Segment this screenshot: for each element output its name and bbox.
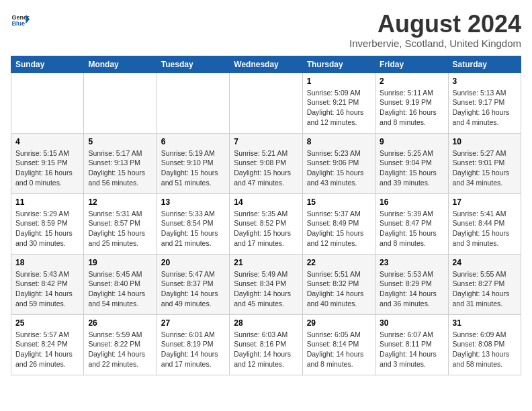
calendar-cell: 16Sunrise: 5:39 AM Sunset: 8:47 PM Dayli… xyxy=(375,193,448,254)
day-info: Sunrise: 5:29 AM Sunset: 8:59 PM Dayligh… xyxy=(15,209,79,248)
calendar-cell: 10Sunrise: 5:27 AM Sunset: 9:01 PM Dayli… xyxy=(448,133,521,193)
day-number: 6 xyxy=(161,137,225,146)
calendar-cell: 31Sunrise: 6:09 AM Sunset: 8:08 PM Dayli… xyxy=(448,314,521,375)
day-number: 13 xyxy=(161,197,225,207)
calendar-table: SundayMondayTuesdayWednesdayThursdayFrid… xyxy=(11,56,521,375)
calendar-cell: 7Sunrise: 5:21 AM Sunset: 9:08 PM Daylig… xyxy=(230,133,302,193)
day-info: Sunrise: 6:09 AM Sunset: 8:08 PM Dayligh… xyxy=(453,330,517,369)
day-number: 22 xyxy=(307,258,371,267)
day-info: Sunrise: 5:11 AM Sunset: 9:19 PM Dayligh… xyxy=(380,88,443,128)
day-number: 30 xyxy=(380,318,443,328)
day-number: 11 xyxy=(15,197,79,207)
calendar-cell: 15Sunrise: 5:37 AM Sunset: 8:49 PM Dayli… xyxy=(302,193,375,254)
day-info: Sunrise: 5:53 AM Sunset: 8:29 PM Dayligh… xyxy=(380,269,443,309)
week-row-1: 1Sunrise: 5:09 AM Sunset: 9:21 PM Daylig… xyxy=(11,73,521,133)
day-info: Sunrise: 5:13 AM Sunset: 9:17 PM Dayligh… xyxy=(453,88,517,128)
calendar-cell: 3Sunrise: 5:13 AM Sunset: 9:17 PM Daylig… xyxy=(448,73,521,133)
logo: General Blue xyxy=(11,11,30,30)
header: General Blue August 2024 Inverbervie, Sc… xyxy=(11,11,521,49)
calendar-cell: 22Sunrise: 5:51 AM Sunset: 8:32 PM Dayli… xyxy=(302,254,375,314)
day-info: Sunrise: 5:45 AM Sunset: 8:40 PM Dayligh… xyxy=(88,269,152,309)
calendar-cell: 30Sunrise: 6:07 AM Sunset: 8:11 PM Dayli… xyxy=(375,314,448,375)
calendar-cell: 11Sunrise: 5:29 AM Sunset: 8:59 PM Dayli… xyxy=(11,193,84,254)
day-info: Sunrise: 5:59 AM Sunset: 8:22 PM Dayligh… xyxy=(88,330,152,369)
column-header-saturday: Saturday xyxy=(448,56,521,73)
column-header-wednesday: Wednesday xyxy=(230,56,302,73)
day-info: Sunrise: 5:51 AM Sunset: 8:32 PM Dayligh… xyxy=(307,269,371,309)
day-info: Sunrise: 5:19 AM Sunset: 9:10 PM Dayligh… xyxy=(161,148,225,188)
day-number: 26 xyxy=(88,318,152,328)
day-number: 18 xyxy=(15,258,79,267)
day-info: Sunrise: 5:17 AM Sunset: 9:13 PM Dayligh… xyxy=(88,148,152,188)
day-number: 5 xyxy=(88,137,152,146)
column-header-thursday: Thursday xyxy=(302,56,375,73)
calendar-cell: 5Sunrise: 5:17 AM Sunset: 9:13 PM Daylig… xyxy=(84,133,157,193)
calendar-cell xyxy=(11,73,84,133)
calendar-cell: 28Sunrise: 6:03 AM Sunset: 8:16 PM Dayli… xyxy=(230,314,302,375)
calendar-cell: 29Sunrise: 6:05 AM Sunset: 8:14 PM Dayli… xyxy=(302,314,375,375)
day-number: 23 xyxy=(380,258,443,267)
day-info: Sunrise: 5:37 AM Sunset: 8:49 PM Dayligh… xyxy=(307,209,371,248)
logo-icon: General Blue xyxy=(11,11,30,30)
day-info: Sunrise: 5:23 AM Sunset: 9:06 PM Dayligh… xyxy=(307,148,371,188)
calendar-cell xyxy=(84,73,157,133)
calendar-cell: 8Sunrise: 5:23 AM Sunset: 9:06 PM Daylig… xyxy=(302,133,375,193)
svg-text:Blue: Blue xyxy=(11,20,25,27)
location-subtitle: Inverbervie, Scotland, United Kingdom xyxy=(349,38,521,49)
day-number: 3 xyxy=(453,77,517,86)
calendar-cell: 20Sunrise: 5:47 AM Sunset: 8:37 PM Dayli… xyxy=(157,254,229,314)
day-number: 25 xyxy=(15,318,79,328)
column-header-tuesday: Tuesday xyxy=(157,56,229,73)
day-number: 24 xyxy=(453,258,517,267)
column-header-monday: Monday xyxy=(84,56,157,73)
day-number: 2 xyxy=(380,77,443,86)
day-info: Sunrise: 6:05 AM Sunset: 8:14 PM Dayligh… xyxy=(307,330,371,369)
calendar-cell: 23Sunrise: 5:53 AM Sunset: 8:29 PM Dayli… xyxy=(375,254,448,314)
day-number: 16 xyxy=(380,197,443,207)
day-info: Sunrise: 5:15 AM Sunset: 9:15 PM Dayligh… xyxy=(15,148,79,188)
calendar-cell: 25Sunrise: 5:57 AM Sunset: 8:24 PM Dayli… xyxy=(11,314,84,375)
week-row-2: 4Sunrise: 5:15 AM Sunset: 9:15 PM Daylig… xyxy=(11,133,521,193)
day-info: Sunrise: 5:31 AM Sunset: 8:57 PM Dayligh… xyxy=(88,209,152,248)
day-number: 29 xyxy=(307,318,371,328)
calendar-cell xyxy=(230,73,302,133)
calendar-cell: 12Sunrise: 5:31 AM Sunset: 8:57 PM Dayli… xyxy=(84,193,157,254)
day-info: Sunrise: 5:55 AM Sunset: 8:27 PM Dayligh… xyxy=(453,269,517,309)
day-info: Sunrise: 5:57 AM Sunset: 8:24 PM Dayligh… xyxy=(15,330,79,369)
week-row-4: 18Sunrise: 5:43 AM Sunset: 8:42 PM Dayli… xyxy=(11,254,521,314)
day-info: Sunrise: 5:39 AM Sunset: 8:47 PM Dayligh… xyxy=(380,209,443,248)
day-info: Sunrise: 5:25 AM Sunset: 9:04 PM Dayligh… xyxy=(380,148,443,188)
day-info: Sunrise: 5:41 AM Sunset: 8:44 PM Dayligh… xyxy=(453,209,517,248)
day-info: Sunrise: 5:09 AM Sunset: 9:21 PM Dayligh… xyxy=(307,88,371,128)
calendar-cell: 17Sunrise: 5:41 AM Sunset: 8:44 PM Dayli… xyxy=(448,193,521,254)
day-number: 8 xyxy=(307,137,371,146)
calendar-cell: 24Sunrise: 5:55 AM Sunset: 8:27 PM Dayli… xyxy=(448,254,521,314)
day-number: 12 xyxy=(88,197,152,207)
day-number: 1 xyxy=(307,77,371,86)
day-info: Sunrise: 6:07 AM Sunset: 8:11 PM Dayligh… xyxy=(380,330,443,369)
calendar-cell: 27Sunrise: 6:01 AM Sunset: 8:19 PM Dayli… xyxy=(157,314,229,375)
day-number: 14 xyxy=(234,197,298,207)
calendar-cell: 13Sunrise: 5:33 AM Sunset: 8:54 PM Dayli… xyxy=(157,193,229,254)
day-number: 27 xyxy=(161,318,225,328)
day-number: 4 xyxy=(15,137,79,146)
day-number: 28 xyxy=(234,318,298,328)
calendar-cell: 6Sunrise: 5:19 AM Sunset: 9:10 PM Daylig… xyxy=(157,133,229,193)
column-header-sunday: Sunday xyxy=(11,56,84,73)
day-info: Sunrise: 5:49 AM Sunset: 8:34 PM Dayligh… xyxy=(234,269,298,309)
day-info: Sunrise: 5:35 AM Sunset: 8:52 PM Dayligh… xyxy=(234,209,298,248)
calendar-cell: 19Sunrise: 5:45 AM Sunset: 8:40 PM Dayli… xyxy=(84,254,157,314)
day-number: 19 xyxy=(88,258,152,267)
calendar-cell: 2Sunrise: 5:11 AM Sunset: 9:19 PM Daylig… xyxy=(375,73,448,133)
day-number: 20 xyxy=(161,258,225,267)
calendar-cell: 4Sunrise: 5:15 AM Sunset: 9:15 PM Daylig… xyxy=(11,133,84,193)
calendar-cell: 26Sunrise: 5:59 AM Sunset: 8:22 PM Dayli… xyxy=(84,314,157,375)
day-info: Sunrise: 5:43 AM Sunset: 8:42 PM Dayligh… xyxy=(15,269,79,309)
day-number: 17 xyxy=(453,197,517,207)
day-number: 7 xyxy=(234,137,298,146)
day-number: 31 xyxy=(453,318,517,328)
day-info: Sunrise: 5:47 AM Sunset: 8:37 PM Dayligh… xyxy=(161,269,225,309)
title-area: August 2024 Inverbervie, Scotland, Unite… xyxy=(349,11,521,49)
month-year-title: August 2024 xyxy=(349,11,521,38)
day-info: Sunrise: 5:27 AM Sunset: 9:01 PM Dayligh… xyxy=(453,148,517,188)
